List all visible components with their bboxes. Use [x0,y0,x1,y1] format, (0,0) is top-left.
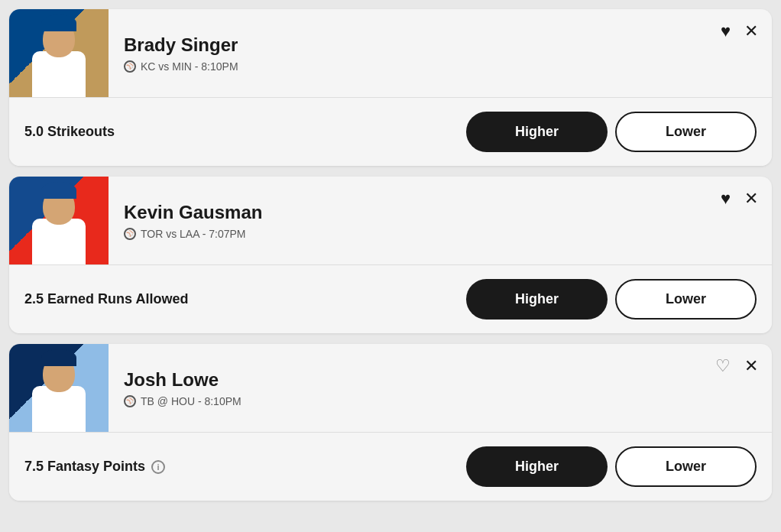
higher-button[interactable]: Higher [466,446,608,487]
close-button[interactable]: ✕ [741,353,761,379]
player-body [32,51,86,97]
player-name: Brady Singer [124,34,760,56]
player-head [43,188,75,225]
player-figure [9,9,109,97]
info-icon[interactable]: i [151,460,165,474]
game-matchup: TOR vs LAA - 7:07PM [141,228,245,240]
bet-buttons: Higher Lower [466,446,757,487]
stat-label: 7.5 Fantasy Points i [24,459,165,475]
lower-button[interactable]: Lower [615,112,757,152]
baseball-icon: ⚾ [124,60,136,73]
player-card-josh-lowe: Josh Lowe ⚾ TB @ HOU - 8:10PM ♡ ✕ 7.5 Fa… [9,344,772,501]
player-card-kevin-gausman: Kevin Gausman ⚾ TOR vs LAA - 7:07PM ♥ ✕ … [9,177,772,333]
header-actions: ♥ ✕ [718,186,761,212]
higher-button[interactable]: Higher [466,112,608,152]
player-cap [41,15,76,31]
game-matchup: KC vs MIN - 8:10PM [141,60,238,73]
stat-row: 2.5 Earned Runs Allowed Higher Lower [9,265,772,333]
game-matchup: TB @ HOU - 8:10PM [141,395,241,407]
stat-row: 5.0 Strikeouts Higher Lower [9,98,772,166]
player-figure-inner [32,188,86,264]
heart-icon: ♥ [721,189,731,209]
header-actions: ♡ ✕ [712,353,761,379]
player-name: Josh Lowe [124,369,760,391]
higher-button[interactable]: Higher [466,279,608,320]
player-info: Josh Lowe ⚾ TB @ HOU - 8:10PM [109,357,772,420]
card-header: Kevin Gausman ⚾ TOR vs LAA - 7:07PM ♥ ✕ [9,177,772,264]
player-info: Kevin Gausman ⚾ TOR vs LAA - 7:07PM [109,190,772,252]
player-cap [41,349,76,366]
player-info: Brady Singer ⚾ KC vs MIN - 8:10PM [109,22,772,85]
baseball-icon: ⚾ [124,395,136,407]
close-icon: ✕ [744,356,758,376]
player-figure-inner [32,355,86,432]
player-figure [9,344,109,432]
stat-text: 2.5 Earned Runs Allowed [24,291,188,307]
player-head [43,355,75,392]
close-button[interactable]: ✕ [741,186,761,212]
favorite-button[interactable]: ♡ [712,353,734,379]
bet-buttons: Higher Lower [466,279,757,320]
header-actions: ♥ ✕ [718,18,761,44]
stat-row: 7.5 Fantasy Points i Higher Lower [9,433,772,501]
baseball-icon: ⚾ [124,228,136,240]
player-name: Kevin Gausman [124,202,760,223]
player-card-brady-singer: Brady Singer ⚾ KC vs MIN - 8:10PM ♥ ✕ 5.… [9,9,772,166]
player-body [32,386,86,432]
close-icon: ✕ [744,21,758,41]
player-figure-inner [32,21,86,97]
player-cap [41,182,76,199]
player-head [43,21,75,57]
card-header: Josh Lowe ⚾ TB @ HOU - 8:10PM ♡ ✕ [9,344,772,432]
stat-text: 5.0 Strikeouts [24,124,115,140]
lower-button[interactable]: Lower [615,279,757,320]
stat-label: 2.5 Earned Runs Allowed [24,291,188,307]
game-info: ⚾ TB @ HOU - 8:10PM [124,395,760,407]
stat-label: 5.0 Strikeouts [24,124,115,140]
bet-buttons: Higher Lower [466,112,757,152]
favorite-button[interactable]: ♥ [718,18,734,44]
player-body [32,219,86,264]
card-header: Brady Singer ⚾ KC vs MIN - 8:10PM ♥ ✕ [9,9,772,97]
game-info: ⚾ TOR vs LAA - 7:07PM [124,228,760,240]
close-icon: ✕ [744,189,758,209]
close-button[interactable]: ✕ [741,18,761,44]
lower-button[interactable]: Lower [615,446,757,487]
heart-icon: ♡ [715,356,731,376]
player-figure [9,177,109,264]
favorite-button[interactable]: ♥ [718,186,734,212]
game-info: ⚾ KC vs MIN - 8:10PM [124,60,760,73]
stat-text: 7.5 Fantasy Points [24,459,145,475]
heart-icon: ♥ [721,21,731,41]
